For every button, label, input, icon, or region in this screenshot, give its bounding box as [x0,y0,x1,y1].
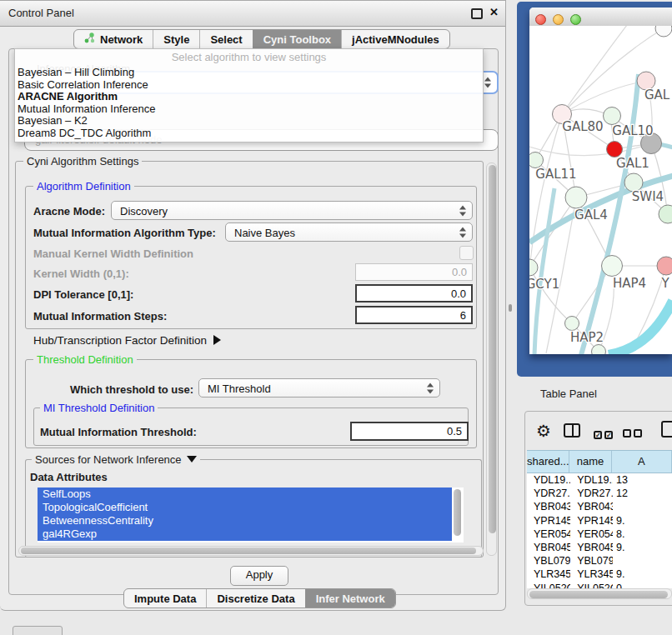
mi-threshold-title: MI Threshold Definition [40,402,158,414]
table-header-cell[interactable]: A [612,451,672,472]
dpi-tolerance-field[interactable]: 0.0 [355,284,473,302]
select-all-icon[interactable]: ✓✓ [594,426,615,441]
chevron-updown-icon [484,78,492,88]
table-header-row: shared...nameA [527,450,672,473]
clipped-toolbar-icon[interactable] [661,421,672,438]
algorithm-option[interactable]: Bayesian – Hill Climbing [15,67,483,79]
apply-button[interactable]: Apply [230,566,288,586]
float-window-icon[interactable] [471,8,483,19]
network-node[interactable] [655,26,672,37]
kernel-width-label: Kernel Width (0,1): [33,268,129,280]
chevron-updown-icon [459,227,467,238]
dropdown-placeholder: Select algorithm to view settings [15,49,483,67]
attribute-item[interactable]: TopologicalCoefficient [38,501,452,514]
network-window-titlebar [529,8,672,27]
mi-steps-label: Mutual Information Steps: [33,310,167,322]
network-node[interactable] [565,187,587,208]
tab-select[interactable]: Select [199,30,252,48]
table-header-cell[interactable]: name [569,451,611,472]
node-label: GAL80 [562,119,603,134]
split-view-icon[interactable] [564,423,580,438]
table-header-cell[interactable]: shared... [527,451,569,472]
attribute-item[interactable]: SelfLoops [38,488,452,501]
table-row[interactable]: YLR345WYLR345W9. [527,568,672,581]
attributes-list: SelfLoopsTopologicalCoefficientBetweenne… [38,488,464,542]
node-label: Y [660,276,669,291]
mi-steps-field[interactable]: 6 [355,306,473,324]
node-table: shared...nameA YDL19...YDL19...13YDR27..… [527,450,672,588]
table-row[interactable]: YDL19...YDL19...13 [527,473,672,487]
aracne-mode-label: Aracne Mode: [33,205,105,218]
tab-cyni-toolbox[interactable]: Cyni Toolbox [253,30,341,48]
mi-algorithm-type-combo[interactable]: Naive Bayes [225,222,473,242]
clear-selection-icon[interactable] [623,426,644,441]
panel-resize-handle[interactable] [509,304,512,312]
algorithm-option[interactable]: Dream8 DC_TDC Algorithm [15,128,483,140]
tab-style[interactable]: Style [153,30,199,48]
minimize-traffic-button[interactable] [553,14,564,25]
table-row[interactable]: YIL052CYIL052C0. [527,582,672,589]
table-row[interactable]: YDR27...YDR27...12 [527,487,672,500]
hub-section-toggle[interactable]: Hub/Transcription Factor Definition [33,334,221,347]
tab-discretize-data[interactable]: Discretize Data [206,589,304,608]
tab-network[interactable]: Network [74,30,153,48]
control-panel-titlebar: Control Panel ✕ [0,1,505,27]
network-node[interactable] [602,256,623,277]
manual-kernel-label: Manual Kernel Width Definition [33,248,193,260]
table-hscrollbar[interactable] [527,588,672,599]
network-node[interactable] [529,152,544,168]
control-panel-window: Control Panel ✕ Network Style Select Cyn… [0,0,506,611]
network-node[interactable] [529,259,538,276]
node-label: HAP2 [570,330,604,345]
panel-vscrollbar[interactable] [486,162,497,556]
node-label: GAL4 [574,208,608,222]
aracne-mode-combo[interactable]: Discovery [111,201,473,220]
table-row[interactable]: YBR045CYBR045C9. [527,541,672,554]
algorithm-option[interactable]: Mutual Information Inference [15,103,483,116]
algorithm-option[interactable]: ARACNE Algorithm [15,91,483,103]
manual-kernel-checkbox[interactable] [459,246,474,260]
attribute-item[interactable]: BetweennessCentrality [38,514,452,528]
network-edge[interactable] [562,26,629,114]
window-title: Control Panel [8,7,74,19]
sources-title[interactable]: Sources for Network Inference [32,453,200,466]
mi-threshold-label: Mutual Information Threshold: [40,426,197,438]
close-icon[interactable]: ✕ [489,6,499,18]
table-row[interactable]: YBL079WYBL079W [527,554,672,568]
tab-impute-data[interactable]: Impute Data [124,589,206,608]
network-edge[interactable] [609,301,672,354]
table-row[interactable]: YER054CYER054C8. [527,528,672,541]
node-label: HAP4 [613,276,646,291]
list-vscrollbar[interactable] [454,489,461,536]
mi-type-label: Mutual Information Algorithm Type: [33,227,216,239]
tab-jactivemnodules[interactable]: jActiveMNodules [341,30,449,48]
chevron-updown-icon [427,382,434,393]
tab-infer-network[interactable]: Infer Network [305,589,395,608]
close-traffic-button[interactable] [535,14,546,25]
dpi-tolerance-label: DPI Tolerance [0,1]: [33,288,133,301]
bottom-left-widget[interactable] [13,626,63,635]
algorithm-option[interactable]: Bayesian – K2 [15,115,483,128]
algorithm-option[interactable]: Basic Correlation Inference [15,79,483,92]
table-row[interactable]: YBR043CYBR043C [527,500,672,513]
settings-gear-icon[interactable]: ⚙ [536,421,551,441]
attribute-item[interactable]: gal4RGexp [38,528,452,541]
network-canvas[interactable]: GALGAL80GAL10GAL1GAL11SWI4GAL4GCY1HAP4YH… [529,26,672,354]
algorithm-definition-title: Algorithm Definition [33,180,134,192]
network-window: GALGAL80GAL10GAL1GAL11SWI4GAL4GCY1HAP4YH… [529,8,672,354]
network-edge[interactable] [529,143,651,156]
which-threshold-combo[interactable]: MI Threshold [198,378,440,398]
settings-hscrollbar[interactable] [18,546,484,556]
mi-threshold-field[interactable]: 0.5 [350,422,469,441]
node-label: SWI4 [632,189,664,204]
network-node[interactable] [607,142,623,158]
kernel-width-field[interactable]: 0.0 [355,263,473,281]
network-node[interactable] [604,108,621,125]
node-label: GAL11 [535,167,576,182]
zoom-traffic-button[interactable] [570,14,581,25]
network-node[interactable] [565,317,579,331]
table-row[interactable]: YPR145WYPR145W9. [527,514,672,528]
node-label: GAL1 [616,156,649,171]
chevron-updown-icon [459,205,467,216]
network-node[interactable] [657,257,672,275]
